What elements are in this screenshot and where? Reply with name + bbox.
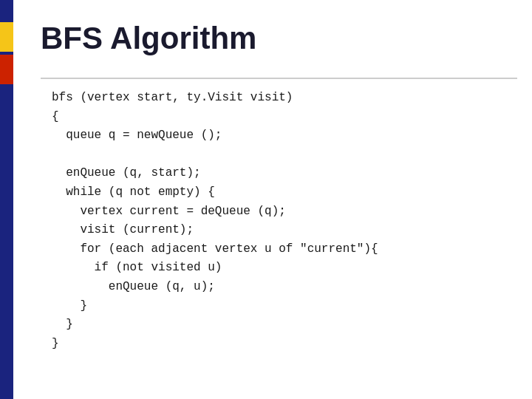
code-line-10: if (not visited u) (52, 261, 222, 274)
code-line-3: queue q = newQueue (); (52, 129, 222, 142)
code-line-6: while (q not empty) { (52, 185, 215, 199)
code-line-13: } (52, 318, 73, 331)
accent-square-red (0, 55, 13, 84)
slide-container: BFS Algorithm bfs (vertex start, ty.Visi… (0, 0, 532, 399)
code-line-5: enQueue (q, start); (52, 166, 201, 180)
code-line-11: enQueue (q, u); (52, 280, 215, 293)
code-area: bfs (vertex start, ty.Visit visit) { que… (52, 89, 517, 353)
accent-bar (0, 0, 13, 399)
slide-title: BFS Algorithm (41, 21, 517, 56)
code-line-8: visit (current); (52, 223, 194, 236)
code-line-1: bfs (vertex start, ty.Visit visit) (52, 91, 293, 104)
code-line-2: { (52, 110, 59, 123)
code-line-14: } (52, 337, 59, 350)
divider (41, 78, 517, 79)
accent-square-yellow (0, 22, 13, 52)
code-line-7: vertex current = deQueue (q); (52, 205, 286, 218)
code-line-9: for (each adjacent vertex u of "current"… (52, 242, 378, 256)
code-line-12: } (52, 299, 87, 313)
code-block: bfs (vertex start, ty.Visit visit) { que… (52, 89, 517, 353)
title-area: BFS Algorithm (41, 21, 517, 56)
